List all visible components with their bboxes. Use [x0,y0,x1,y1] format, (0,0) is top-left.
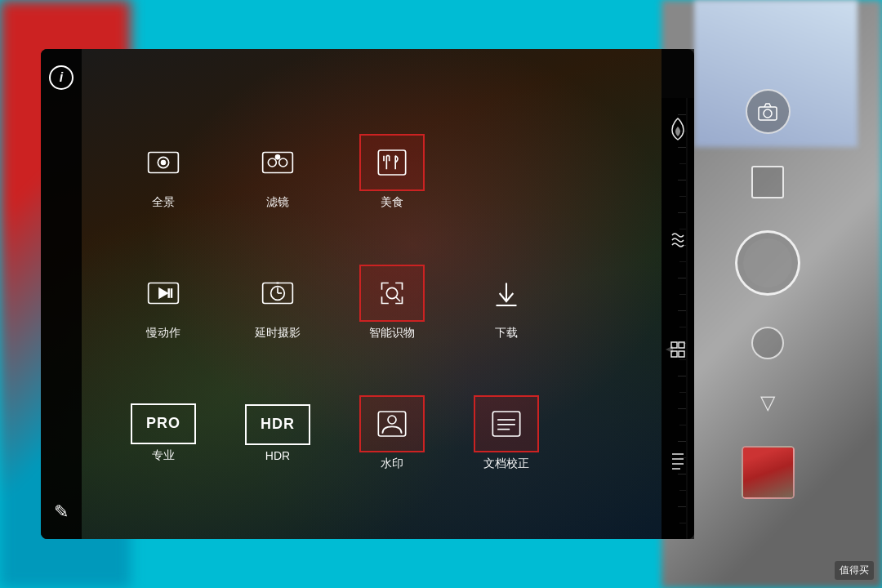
svg-point-4 [268,158,276,167]
svg-point-5 [279,158,287,167]
mode-food[interactable]: 美食 [343,134,441,210]
pro-icon-box: PRO [131,403,196,444]
svg-point-2 [162,160,166,164]
svg-rect-33 [671,342,677,348]
edit-button[interactable]: ✎ [54,501,69,523]
document-label: 文档校正 [483,457,529,471]
slow-motion-icon [143,273,184,314]
food-label: 美食 [381,195,403,210]
side-icons-panel [662,49,694,539]
svg-point-26 [388,416,396,424]
mode-row-1: 全景 滤镜 [114,134,621,210]
lines-icon [669,448,687,472]
phone-controls-panel: ▽ [670,49,866,539]
svg-rect-36 [679,351,684,357]
circle-button[interactable] [751,327,784,359]
hdr-icon-box: HDR [245,404,310,445]
document-icon-box [474,395,539,452]
smart-id-icon-box [359,265,425,322]
side-icon-2[interactable] [669,227,687,252]
thumbnail-preview [743,448,793,497]
square-button[interactable] [751,166,784,198]
flame-icon [669,117,687,141]
pro-text: PRO [146,415,180,432]
watermark-brand: 值得买 [835,561,874,580]
svg-point-21 [386,287,397,298]
timelapse-icon-box [245,265,310,322]
svg-rect-35 [671,351,677,357]
svg-marker-14 [159,288,167,298]
mode-watermark[interactable]: 水印 [343,395,441,471]
timelapse-icon [257,273,298,314]
panorama-label: 全景 [152,195,175,210]
side-icon-1[interactable] [669,117,687,141]
mode-document[interactable]: 文档校正 [457,395,555,471]
watermark-icon-box [359,395,425,452]
mode-download[interactable]: 下载 [457,265,555,341]
download-label: 下载 [495,326,518,341]
mode-hdr[interactable]: HDR HDR [229,404,327,462]
download-icon [486,273,527,314]
slow-motion-icon-box [131,265,196,322]
filter-icon [257,142,298,183]
hdr-label: HDR [265,449,290,462]
svg-point-32 [764,109,772,118]
smart-id-label: 智能识物 [369,326,415,341]
mode-slow-motion[interactable]: 慢动作 [114,265,212,341]
pro-label: 专业 [152,448,175,463]
slow-motion-label: 慢动作 [146,326,180,341]
filter-label: 滤镜 [266,195,289,210]
timelapse-label: 延时摄影 [255,326,301,341]
mode-pro[interactable]: PRO 专业 [114,403,212,463]
mode-filter[interactable]: 滤镜 [229,134,327,210]
side-icon-4[interactable] [669,448,687,472]
filter-icon-box [245,134,310,191]
svg-rect-7 [378,150,405,175]
thumbnail[interactable] [742,446,795,499]
panorama-icon [143,142,184,183]
mode-smart-id[interactable]: 智能识物 [343,265,441,341]
hdr-text: HDR [261,416,295,433]
camera-switch-icon [756,100,779,123]
side-icon-3[interactable] [669,337,687,362]
watermark-icon [372,403,412,444]
back-button[interactable]: ▽ [760,391,775,414]
mode-panorama[interactable]: 全景 [114,134,212,210]
document-icon [486,403,527,444]
food-icon-box [359,134,425,191]
mode-grid: 全景 滤镜 [82,90,653,514]
left-sidebar: i ✎ [41,49,82,539]
mode-row-2: 慢动作 延时摄影 [114,265,621,341]
smart-id-icon [372,273,412,314]
wave-icon [669,227,687,252]
download-icon-box [474,265,539,322]
panorama-icon-box [131,134,196,191]
mode-row-3: PRO 专业 HDR HDR [114,395,621,471]
watermark-label: 水印 [381,457,403,471]
svg-rect-34 [679,342,684,348]
svg-line-22 [396,297,400,301]
mode-timelapse[interactable]: 延时摄影 [229,265,327,341]
grid-icon [669,337,687,362]
info-button[interactable]: i [49,65,74,90]
shutter-inner [743,238,792,287]
camera-switch-button[interactable] [746,89,791,134]
food-icon [372,142,412,183]
phone-body: i ✎ ◀ [41,49,694,539]
shutter-button[interactable] [735,230,800,296]
svg-point-6 [276,154,280,158]
